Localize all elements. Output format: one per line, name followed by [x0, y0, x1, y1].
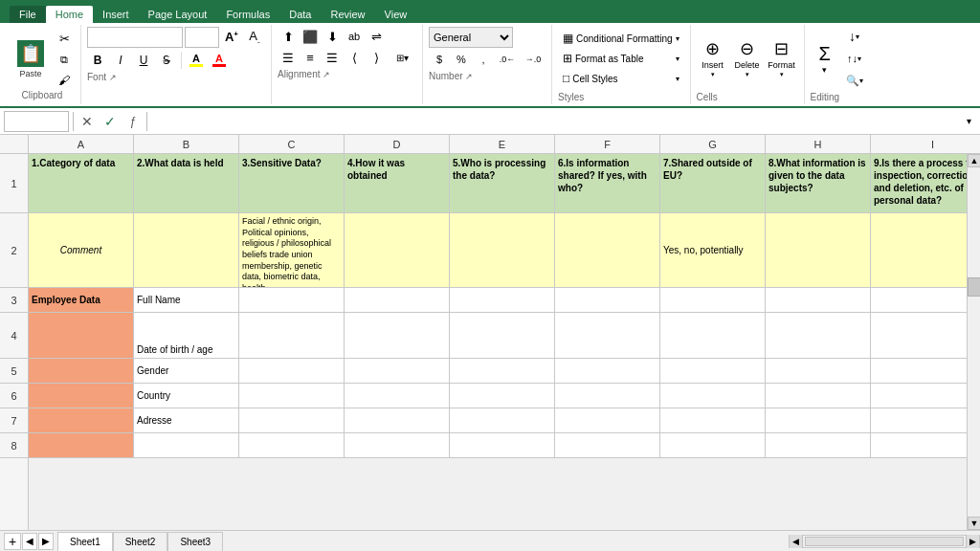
- increase-decimal-button[interactable]: →.0: [521, 50, 546, 69]
- tab-review[interactable]: Review: [321, 6, 374, 23]
- cell-a8[interactable]: [29, 433, 134, 458]
- cell-g4[interactable]: [660, 313, 766, 359]
- sort-filter-button[interactable]: ↑↓▾: [841, 49, 868, 68]
- cell-d7[interactable]: [345, 408, 450, 433]
- cell-g3[interactable]: [660, 288, 766, 313]
- cell-c8[interactable]: [239, 433, 345, 458]
- cell-e5[interactable]: [450, 359, 555, 384]
- cell-h1[interactable]: 8.What information is given to the data …: [766, 154, 871, 213]
- cell-c7[interactable]: [239, 408, 345, 433]
- cell-f5[interactable]: [555, 359, 660, 384]
- cell-g7[interactable]: [660, 408, 766, 433]
- cell-i5[interactable]: [871, 359, 967, 384]
- align-left-button[interactable]: ☰: [278, 48, 299, 67]
- cell-h4[interactable]: [766, 313, 871, 359]
- col-header-f[interactable]: F: [555, 135, 660, 153]
- currency-button[interactable]: $: [429, 50, 450, 69]
- cell-i1[interactable]: 9.Is there a process for inspection, cor…: [871, 154, 967, 213]
- cell-e7[interactable]: [450, 408, 555, 433]
- strikethrough-button[interactable]: S̶: [156, 51, 177, 70]
- row-num-8[interactable]: 8: [0, 433, 28, 458]
- cell-b1[interactable]: 2.What data is held: [134, 154, 239, 213]
- cell-f1[interactable]: 6.Is information shared? If yes, with wh…: [555, 154, 660, 213]
- cell-a7[interactable]: [29, 408, 134, 433]
- cell-c5[interactable]: [239, 359, 345, 384]
- confirm-formula-button[interactable]: ✓: [100, 112, 120, 131]
- col-header-g[interactable]: G: [660, 135, 766, 153]
- font-grow-button[interactable]: A+: [221, 27, 242, 48]
- autosum-button[interactable]: Σ ▾: [811, 40, 839, 77]
- col-header-b[interactable]: B: [134, 135, 239, 153]
- col-header-e[interactable]: E: [450, 135, 555, 153]
- scroll-left-button[interactable]: ◀: [22, 533, 37, 550]
- cell-h5[interactable]: [766, 359, 871, 384]
- col-header-h[interactable]: H: [766, 135, 871, 153]
- conditional-formatting-button[interactable]: ▦ Conditional Formatting ▾: [558, 29, 684, 48]
- formula-input[interactable]: [151, 111, 957, 132]
- cell-i6[interactable]: [871, 384, 967, 408]
- cell-e8[interactable]: [450, 433, 555, 458]
- cell-i8[interactable]: [871, 433, 967, 458]
- row-num-5[interactable]: 5: [0, 359, 28, 384]
- comma-button[interactable]: ,: [473, 50, 494, 69]
- font-name-input[interactable]: Arial: [87, 27, 183, 48]
- align-top-button[interactable]: ⬆: [278, 27, 299, 46]
- align-right-button[interactable]: ☰: [322, 48, 343, 67]
- delete-button[interactable]: ⊖ Delete ▾: [731, 35, 764, 81]
- cell-d4[interactable]: [345, 313, 450, 359]
- cell-b5[interactable]: Gender: [134, 359, 239, 384]
- cancel-formula-button[interactable]: ✕: [78, 112, 97, 131]
- fill-color-button[interactable]: A: [186, 52, 207, 69]
- cell-d3[interactable]: [345, 288, 450, 313]
- tab-home[interactable]: Home: [46, 6, 93, 23]
- cell-i4[interactable]: [871, 313, 967, 359]
- col-header-c[interactable]: C: [239, 135, 345, 153]
- underline-button[interactable]: U: [133, 51, 154, 70]
- scroll-right-button[interactable]: ▶: [38, 533, 54, 550]
- sheet-tab-1[interactable]: Sheet1: [57, 532, 113, 551]
- cell-h6[interactable]: [766, 384, 871, 408]
- align-middle-button[interactable]: ⬛: [300, 27, 321, 46]
- vertical-scrollbar[interactable]: ▲ ▼: [967, 154, 980, 530]
- cell-a3[interactable]: Employee Data: [29, 288, 134, 313]
- cell-reference-input[interactable]: P3: [4, 111, 69, 132]
- copy-button[interactable]: ⧉: [54, 50, 75, 69]
- cell-c1[interactable]: 3.Sensitive Data?: [239, 154, 345, 213]
- new-sheet-button[interactable]: +: [4, 533, 21, 550]
- text-direction-button[interactable]: ab: [344, 27, 365, 46]
- font-size-input[interactable]: 10: [185, 27, 219, 48]
- cell-f2[interactable]: [555, 213, 660, 288]
- cell-i7[interactable]: [871, 408, 967, 433]
- cell-d2[interactable]: [345, 213, 450, 288]
- cell-e6[interactable]: [450, 384, 555, 408]
- merge-button[interactable]: ⊞▾: [388, 48, 416, 67]
- cell-c4[interactable]: [239, 313, 345, 359]
- cell-a6[interactable]: [29, 384, 134, 408]
- cell-i3[interactable]: [871, 288, 967, 313]
- cell-a2[interactable]: Comment: [29, 213, 134, 288]
- cell-styles-button[interactable]: □ Cell Styles ▾: [558, 69, 684, 88]
- col-header-i[interactable]: I: [871, 135, 980, 153]
- tab-insert[interactable]: Insert: [93, 6, 139, 23]
- formula-expand-button[interactable]: ▾: [961, 111, 976, 132]
- cell-f4[interactable]: [555, 313, 660, 359]
- insert-button[interactable]: ⊕ Insert ▾: [697, 35, 729, 81]
- cell-b3[interactable]: Full Name: [134, 288, 239, 313]
- cell-e2[interactable]: [450, 213, 555, 288]
- align-bottom-button[interactable]: ⬇: [322, 27, 343, 46]
- cell-c3[interactable]: [239, 288, 345, 313]
- cell-f6[interactable]: [555, 384, 660, 408]
- fill-button[interactable]: ↓▾: [841, 27, 868, 46]
- decrease-decimal-button[interactable]: .0←: [495, 50, 520, 69]
- sheet-tab-2[interactable]: Sheet2: [113, 532, 168, 551]
- cell-g5[interactable]: [660, 359, 766, 384]
- row-num-2[interactable]: 2: [0, 213, 28, 288]
- percent-button[interactable]: %: [451, 50, 472, 69]
- cell-d5[interactable]: [345, 359, 450, 384]
- cell-c2[interactable]: Facial / ethnic origin, Political opinio…: [239, 213, 345, 288]
- cell-d8[interactable]: [345, 433, 450, 458]
- cell-i2[interactable]: [871, 213, 967, 288]
- cell-b7[interactable]: Adresse: [134, 408, 239, 433]
- sheet-tab-3[interactable]: Sheet3: [167, 532, 223, 551]
- row-num-6[interactable]: 6: [0, 384, 28, 408]
